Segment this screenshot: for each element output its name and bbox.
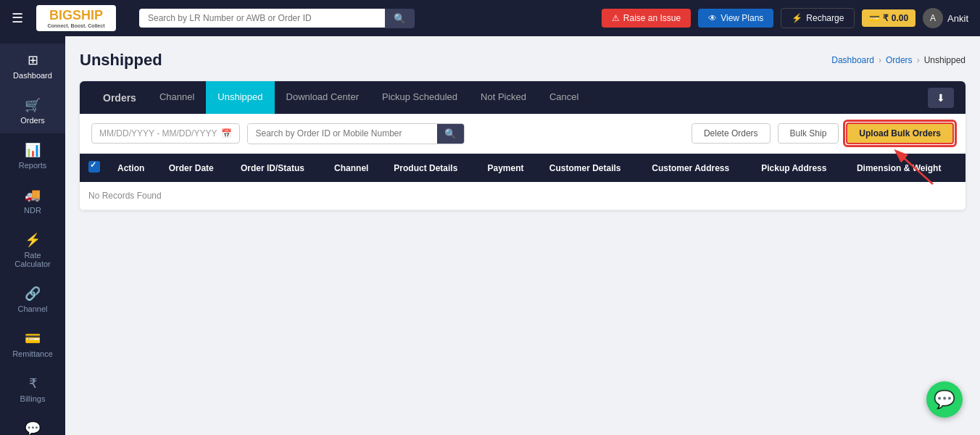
th-customer-address: Customer Address <box>643 154 752 182</box>
brand-name: BIGSHIP <box>49 8 103 23</box>
tab-section-label: Orders <box>91 82 148 114</box>
tabs-row: Orders Channel Unshipped Download Center… <box>80 81 966 114</box>
view-plans-button[interactable]: 👁 View Plans <box>698 9 773 28</box>
filter-row: MM/DD/YYYY - MM/DD/YYYY 📅 🔍 Delete Order… <box>80 114 966 154</box>
sidebar-item-label: Reports <box>19 161 47 170</box>
no-records-text: No Records Found <box>80 182 966 210</box>
user-name: Ankit <box>947 13 968 24</box>
avatar: A <box>923 8 943 28</box>
tab-download-center[interactable]: Download Center <box>275 81 370 114</box>
th-action: Action <box>109 154 160 182</box>
th-dimension-weight: Dimension & Weight <box>848 154 966 182</box>
th-order-id-status: Order ID/Status <box>232 154 325 182</box>
delete-orders-button[interactable]: Delete Orders <box>692 123 771 144</box>
sidebar-item-ndr[interactable]: 🚚 NDR <box>0 178 65 223</box>
tab-channel[interactable]: Channel <box>148 81 206 114</box>
top-navigation: ☰ BIGSHIP Connect. Boost. Collect 🔍 ⚠ Ra… <box>0 0 980 36</box>
sidebar-item-label: NDR <box>24 206 41 215</box>
logo-image: BIGSHIP Connect. Boost. Collect <box>36 5 116 31</box>
th-checkbox <box>80 154 109 182</box>
bolt-icon: ⚡ <box>792 13 802 23</box>
upload-bulk-orders-button[interactable]: Upload Bulk Orders <box>846 123 954 144</box>
breadcrumb-sep-1: › <box>879 55 881 65</box>
date-range-picker[interactable]: MM/DD/YYYY - MM/DD/YYYY 📅 <box>91 123 240 144</box>
table-header-row: Action Order Date Order ID/Status Channe… <box>80 154 966 182</box>
sidebar-item-label: Orders <box>20 116 45 125</box>
tagline: Connect. Boost. Collect <box>48 23 105 28</box>
sidebar-item-label: Dashboard <box>13 71 52 80</box>
main-content: Unshipped Dashboard › Orders › Unshipped… <box>65 36 980 225</box>
order-search-button[interactable]: 🔍 <box>437 124 464 144</box>
breadcrumb: Dashboard › Orders › Unshipped <box>831 55 966 65</box>
breadcrumb-orders[interactable]: Orders <box>886 55 913 65</box>
select-all-checkbox[interactable] <box>88 161 100 173</box>
alert-icon: ⚠ <box>612 13 620 23</box>
breadcrumb-sep-2: › <box>917 55 920 65</box>
logo: BIGSHIP Connect. Boost. Collect <box>36 5 116 31</box>
sidebar-item-dashboard[interactable]: ⊞ Dashboard <box>0 44 65 88</box>
breadcrumb-row: Unshipped Dashboard › Orders › Unshipped <box>80 51 966 70</box>
sidebar-item-orders[interactable]: 🛒 Orders <box>0 88 65 133</box>
sidebar-item-reports[interactable]: 📊 Reports <box>0 133 65 178</box>
table-body: No Records Found <box>80 182 966 210</box>
search-button[interactable]: 🔍 <box>385 9 415 28</box>
download-button[interactable]: ⬇ <box>928 88 954 108</box>
th-order-date: Order Date <box>160 154 232 182</box>
topnav-actions: ⚠ Raise an Issue 👁 View Plans ⚡ Recharge… <box>602 8 968 28</box>
upload-bulk-container: Upload Bulk Orders <box>846 123 954 144</box>
order-search: 🔍 <box>247 123 465 144</box>
calendar-icon: 📅 <box>221 128 232 138</box>
raise-issue-button[interactable]: ⚠ Raise an Issue <box>602 9 691 28</box>
breadcrumb-dashboard[interactable]: Dashboard <box>831 55 874 65</box>
breadcrumb-current: Unshipped <box>924 55 966 65</box>
tab-unshipped[interactable]: Unshipped <box>206 81 274 114</box>
eye-icon: 👁 <box>708 13 717 23</box>
global-search: 🔍 <box>139 9 415 28</box>
search-input[interactable] <box>139 9 385 28</box>
orders-table: Action Order Date Order ID/Status Channe… <box>80 154 966 210</box>
order-search-input[interactable] <box>248 124 437 143</box>
sidebar: ⊞ Dashboard 🛒 Orders 📊 Reports 🚚 NDR ⚡ R… <box>0 36 65 225</box>
th-channel: Channel <box>325 154 385 182</box>
reports-icon: 📊 <box>25 142 41 158</box>
date-placeholder: MM/DD/YYYY - MM/DD/YYYY <box>99 128 217 138</box>
th-payment: Payment <box>478 154 540 182</box>
orders-card: Orders Channel Unshipped Download Center… <box>80 81 966 210</box>
tab-pickup-scheduled[interactable]: Pickup Scheduled <box>370 81 469 114</box>
table-row-empty: No Records Found <box>80 182 966 210</box>
orders-icon: 🛒 <box>25 97 41 113</box>
th-pickup-address: Pickup Address <box>752 154 848 182</box>
user-profile[interactable]: A Ankit <box>923 8 968 28</box>
page-title: Unshipped <box>80 51 162 70</box>
ndr-icon: 🚚 <box>25 187 41 203</box>
wallet-icon: 💳 <box>869 13 880 23</box>
wallet-balance: 💳 ₹ 0.00 <box>862 9 915 27</box>
bulk-ship-button[interactable]: Bulk Ship <box>778 123 839 144</box>
th-product-details: Product Details <box>385 154 478 182</box>
tab-not-picked[interactable]: Not Picked <box>469 81 538 114</box>
sidebar-item-rate-calculator[interactable]: ⚡ Rate Calculator <box>0 223 65 225</box>
th-customer-details: Customer Details <box>541 154 643 182</box>
recharge-button[interactable]: ⚡ Recharge <box>781 8 855 28</box>
tab-cancel[interactable]: Cancel <box>538 81 590 114</box>
dashboard-icon: ⊞ <box>28 52 38 68</box>
hamburger-icon[interactable]: ☰ <box>12 10 23 26</box>
orders-table-wrap: Action Order Date Order ID/Status Channe… <box>80 154 966 210</box>
